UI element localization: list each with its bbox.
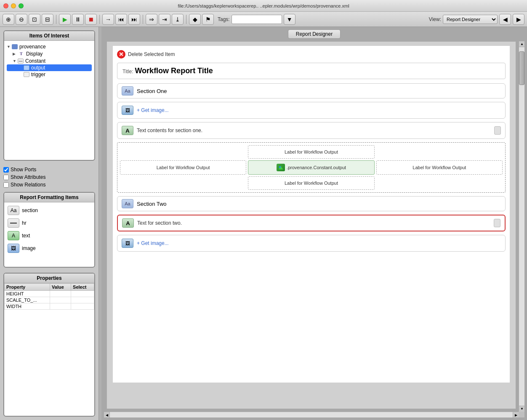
prev-button[interactable]: ⏭ bbox=[128, 14, 140, 25]
wf-top-label[interactable]: Label for Workflow Output bbox=[248, 145, 374, 159]
tree-item-display[interactable]: ▶ 𝐓 Display bbox=[7, 50, 92, 58]
prop-scale-select[interactable] bbox=[71, 297, 94, 303]
run-button[interactable]: ▶ bbox=[59, 14, 71, 25]
view-area: View: Report Designer Workflow Editor Re… bbox=[429, 14, 524, 25]
image-icon-1: 🖼 bbox=[122, 106, 133, 115]
scroll-down-button[interactable]: ▼ bbox=[519, 406, 524, 412]
section-label: section bbox=[22, 207, 38, 213]
format-item-hr[interactable]: — hr bbox=[7, 218, 92, 229]
prop-width-value[interactable] bbox=[50, 303, 71, 310]
show-relations-row: Show Relations bbox=[3, 182, 95, 188]
prop-row-height: HEIGHT bbox=[5, 291, 94, 297]
scroll-thumb[interactable] bbox=[519, 51, 524, 85]
tree-item-provenance[interactable]: ▼ provenance bbox=[7, 43, 92, 50]
report-canvas[interactable]: ✕ Delete Selected Item Title: Workflow R… bbox=[106, 41, 516, 409]
section-one-block[interactable]: Aa Section One bbox=[117, 83, 506, 98]
format-item-section[interactable]: Aa section bbox=[7, 205, 92, 216]
display-icon: 𝐓 bbox=[18, 51, 24, 57]
left-panel: Items Of Interest ▼ provenance ▶ 𝐓 Displ… bbox=[0, 27, 99, 420]
tree-item-constant[interactable]: ▼ — Constant bbox=[7, 58, 92, 64]
tree-label-display: Display bbox=[26, 51, 43, 57]
delete-selected-button[interactable]: ✕ Delete Selected Item bbox=[117, 50, 506, 58]
section-one-label: Section One bbox=[137, 88, 167, 94]
image-format-icon: 🖼 bbox=[8, 244, 19, 253]
properties-title: Properties bbox=[4, 274, 94, 283]
zoom-out-button[interactable]: ⊖ bbox=[16, 14, 27, 25]
prop-row-width: WIDTH bbox=[5, 303, 94, 310]
tree-expander-constant[interactable]: ▼ bbox=[13, 59, 18, 63]
wf-center-provenance[interactable]: .provenance.Constant.output bbox=[248, 160, 374, 175]
report-designer-header: Report Designer bbox=[101, 27, 527, 41]
tree-expander-provenance[interactable]: ▼ bbox=[7, 45, 12, 49]
tree-item-trigger[interactable]: · trigger bbox=[7, 71, 92, 78]
prop-width-select[interactable] bbox=[71, 303, 94, 310]
zoom-actual-button[interactable]: ⊟ bbox=[42, 14, 53, 25]
tree-item-output[interactable]: · output bbox=[7, 64, 92, 71]
scroll-track[interactable] bbox=[519, 47, 524, 406]
horizontal-scrollbar[interactable]: ◀ ▶ bbox=[104, 412, 519, 417]
prop-height-value[interactable] bbox=[50, 291, 71, 297]
scroll-left-button[interactable]: ◀ bbox=[104, 412, 110, 417]
text-format-icon: A bbox=[8, 231, 19, 240]
svg-marker-1 bbox=[279, 166, 281, 168]
tree-label-trigger: trigger bbox=[31, 72, 45, 77]
text-block-section-one[interactable]: A Text contents for section one. bbox=[117, 122, 506, 139]
wf-center-label: .provenance.Constant.output bbox=[287, 165, 346, 170]
tree-label-provenance: provenance bbox=[19, 44, 46, 50]
wf-right-label[interactable]: Label for Workflow Output bbox=[376, 160, 503, 175]
step-out-button[interactable]: ⇥ bbox=[159, 14, 170, 25]
wf-left-label[interactable]: Label for Workflow Output bbox=[120, 160, 246, 175]
checkboxes-area: Show Ports Show Attributes Show Relation… bbox=[0, 164, 98, 190]
wf-empty-topleft bbox=[120, 145, 246, 159]
maximize-button[interactable] bbox=[19, 3, 24, 8]
vertical-scrollbar[interactable]: ▲ ▼ bbox=[519, 41, 524, 412]
report-designer-button[interactable]: Report Designer bbox=[288, 29, 341, 39]
image-block-section-two[interactable]: 🖼 + Get image... bbox=[117, 235, 506, 252]
tree-expander-display[interactable]: ▶ bbox=[13, 52, 18, 56]
workflow-output-grid[interactable]: Label for Workflow Output Label for Work… bbox=[117, 142, 506, 193]
close-button[interactable] bbox=[3, 3, 8, 8]
scroll-right-button[interactable]: ▶ bbox=[513, 412, 519, 417]
section-two-block[interactable]: Aa Section Two bbox=[117, 196, 506, 211]
report-title-row[interactable]: Title: Workflow Report Title bbox=[117, 63, 506, 79]
format-item-image[interactable]: 🖼 image bbox=[7, 243, 92, 254]
stop-button[interactable]: ⏹ bbox=[85, 14, 97, 25]
bookmark-button[interactable]: ◆ bbox=[189, 14, 201, 25]
text-scrollbar-2[interactable] bbox=[494, 219, 500, 227]
prop-scale-value[interactable] bbox=[50, 297, 71, 303]
first-button[interactable]: ⏮ bbox=[115, 14, 127, 25]
show-attributes-checkbox[interactable] bbox=[3, 175, 9, 180]
format-item-text[interactable]: A text bbox=[7, 230, 92, 241]
zoom-in-button[interactable]: ⊕ bbox=[3, 14, 14, 25]
view-select[interactable]: Report Designer Workflow Editor Results bbox=[443, 15, 498, 24]
text-scrollbar-1[interactable] bbox=[494, 126, 501, 135]
view-nav-forward-button[interactable]: ▶ bbox=[513, 14, 524, 25]
prop-height-select[interactable] bbox=[71, 291, 94, 297]
tags-input[interactable] bbox=[232, 15, 282, 24]
flag-button[interactable]: ⚑ bbox=[202, 14, 214, 25]
show-ports-checkbox[interactable] bbox=[3, 167, 9, 173]
tags-dropdown-button[interactable]: ▼ bbox=[284, 14, 295, 25]
view-nav-button[interactable]: ◀ bbox=[499, 14, 511, 25]
minimize-button[interactable] bbox=[11, 3, 16, 8]
step-over-button[interactable]: ⤓ bbox=[172, 14, 184, 25]
fit-button[interactable]: ⊡ bbox=[29, 14, 40, 25]
image-icon-2: 🖼 bbox=[122, 239, 133, 248]
show-relations-label: Show Relations bbox=[11, 182, 45, 188]
hr-label: hr bbox=[22, 220, 27, 226]
show-attributes-row: Show Attributes bbox=[3, 174, 95, 180]
h-scroll-track[interactable] bbox=[110, 412, 513, 417]
wf-bottom-label[interactable]: Label for Workflow Output bbox=[248, 176, 374, 190]
next-button[interactable]: → bbox=[102, 14, 114, 25]
image-block-section-one[interactable]: 🖼 + Get image... bbox=[117, 102, 506, 119]
text-block-section-two[interactable]: A Text for section two. bbox=[117, 215, 506, 231]
show-relations-checkbox[interactable] bbox=[3, 182, 9, 188]
tree-area: ▼ provenance ▶ 𝐓 Display ▼ — Constant bbox=[4, 41, 94, 160]
pause-button[interactable]: ⏸ bbox=[72, 14, 84, 25]
section-two-label: Section Two bbox=[137, 201, 167, 207]
items-of-interest-title: Items Of Interest bbox=[4, 31, 94, 41]
text-content-section-one: Text contents for section one. bbox=[137, 128, 491, 133]
scroll-up-button[interactable]: ▲ bbox=[519, 41, 524, 47]
title-label: Title: bbox=[122, 69, 133, 74]
step-button[interactable]: ⇒ bbox=[146, 14, 157, 25]
